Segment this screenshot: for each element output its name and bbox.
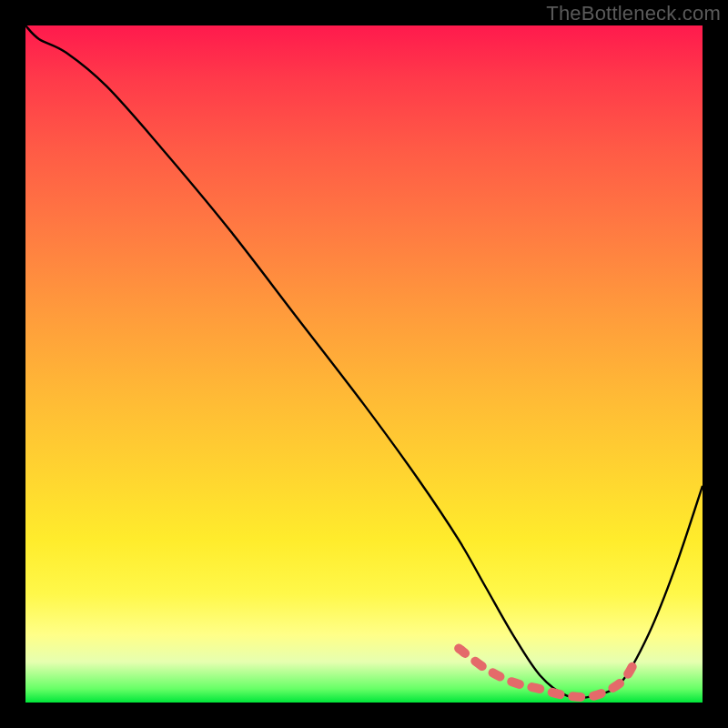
chart-container: TheBottleneck.com <box>0 0 728 728</box>
watermark-text: TheBottleneck.com <box>546 2 721 25</box>
curve-svg <box>25 25 703 703</box>
optimal-zone-highlight <box>459 648 634 697</box>
bottleneck-curve <box>25 25 703 698</box>
plot-area <box>25 25 703 703</box>
